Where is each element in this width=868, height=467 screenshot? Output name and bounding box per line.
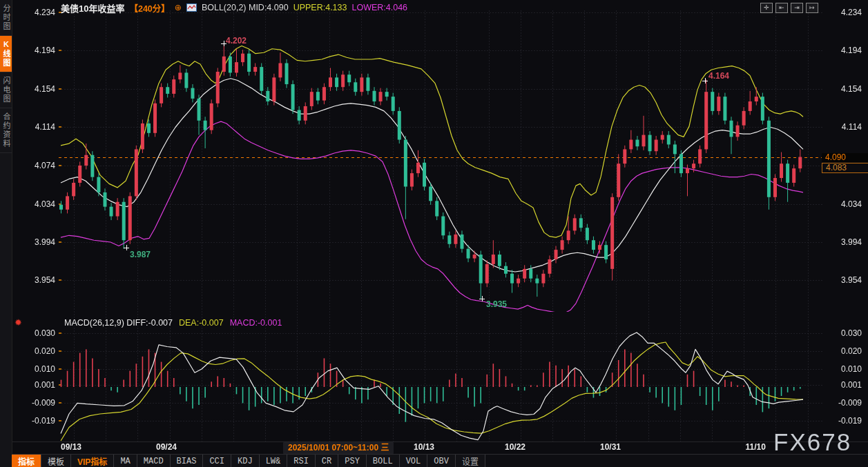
boll-lower-label: LOWER:4.046 — [351, 3, 407, 12]
toolbar-button-CR[interactable]: CR — [316, 455, 338, 467]
toolbar-button-KDJ[interactable]: KDJ — [231, 455, 260, 467]
price-axis-label-right: 3.994 — [826, 238, 862, 247]
sidebar-tab-分时图[interactable]: 分时图 — [0, 0, 12, 36]
sidebar-tab-闪电图[interactable]: 闪电图 — [0, 72, 12, 108]
macd-axis-label-right: -0.009 — [826, 399, 862, 408]
toolbar-button-设置[interactable]: 设置 — [456, 455, 485, 467]
period-label[interactable]: 【240分】 — [129, 1, 169, 14]
time-label: 09/13 — [61, 442, 81, 453]
price-axis-label-right: 4.034 — [826, 200, 862, 209]
macd-value-label: MACD:-0.001 — [230, 318, 282, 328]
price-axis-label-right: 4.234 — [826, 8, 862, 17]
toolbar-button-VOL[interactable]: VOL — [400, 455, 428, 467]
time-label: 10/13 — [414, 442, 434, 453]
macd-header: MACD(26,12,9) DIFF:-0.007 DEA:-0.007 MAC… — [64, 318, 282, 328]
time-label: 2025/10/01 07:00~11:00 三 — [283, 442, 394, 454]
alert-hot-icon[interactable]: ✹ — [15, 317, 22, 328]
macd-axis-label-left: 0.030 — [19, 329, 55, 338]
toolbar-button-BIAS[interactable]: BIAS — [171, 455, 204, 467]
time-label: 10/31 — [600, 442, 621, 453]
macd-diff-label: MACD(26,12,9) DIFF:-0.007 — [64, 318, 173, 328]
price-axis-label-right: 4.154 — [826, 85, 862, 94]
macd-axis-label-left: 0.010 — [19, 365, 55, 374]
price-axis-label-left: 4.234 — [19, 8, 55, 17]
price-axis-label-left: 4.154 — [19, 85, 55, 94]
toolbar-button-RSI[interactable]: RSI — [287, 455, 316, 467]
price-axis-label-left: 3.954 — [19, 276, 55, 285]
macd-axis-label-left: -0.009 — [19, 399, 55, 408]
chart-canvas[interactable] — [0, 0, 868, 467]
macd-axis-label-left: 0.020 — [19, 347, 55, 356]
snap-right-icon[interactable]: ⇥ — [791, 3, 803, 13]
sidebar: 分时图K线图闪电图合约资料 — [0, 0, 12, 467]
price-axis-label-left: 4.074 — [19, 161, 55, 170]
toolbar-button-VIP指标[interactable]: VIP指标 — [71, 455, 114, 467]
toolbar-button-LW&[interactable]: LW& — [260, 455, 288, 467]
price-axis-label-left: 4.034 — [19, 200, 55, 209]
toolbar-button-MACD[interactable]: MACD — [137, 455, 171, 467]
macd-axis-label-right: 0.010 — [826, 365, 862, 374]
instrument-title: 美债10年收益率 — [61, 1, 124, 14]
last-price-tag: 4.083 — [822, 163, 868, 173]
sidebar-tab-合约资料[interactable]: 合约资料 — [0, 108, 12, 153]
price-axis-label-left: 3.994 — [19, 238, 55, 247]
chart-header: 美债10年收益率 【240分】 ⊕ BOLL(20,2) MID:4.090 U… — [61, 2, 407, 13]
indicator-toolbar: 指标模板VIP指标MAMACDBIASCCIKDJLW&RSICRPSYBOLL… — [12, 454, 868, 467]
app-window: 分时图K线图闪电图合约资料 ✹ 美债10年收益率 【240分】 ⊕ BOLL(2… — [0, 0, 868, 467]
price-axis-label-left: 4.114 — [19, 123, 55, 132]
toolbar-button-PSY[interactable]: PSY — [338, 455, 367, 467]
toolbar-button-BOLL[interactable]: BOLL — [367, 455, 400, 467]
macd-axis-label-right: -0.019 — [826, 417, 862, 426]
price-annotation: 3.987 — [130, 250, 151, 259]
price-annotation: 4.202 — [226, 36, 247, 46]
toolbar-button-MA[interactable]: MA — [114, 455, 137, 467]
macd-axis-label-right: 0.001 — [826, 381, 862, 390]
price-axis-label-right: 4.194 — [826, 46, 862, 55]
watermark: FX678 — [773, 428, 851, 456]
time-label: 10/22 — [505, 442, 525, 453]
crosshair-move-icon[interactable]: ✛ — [760, 3, 773, 13]
macd-axis-label-right: 0.030 — [826, 329, 862, 338]
price-annotation: 3.935 — [486, 299, 507, 309]
boll-upper-label: UPPER:4.133 — [293, 3, 347, 12]
boll-mid-label: BOLL(20,2) MID:4.090 — [202, 3, 289, 12]
chart-thumbnail-icon[interactable] — [186, 3, 197, 12]
price-axis-label-right: 4.114 — [826, 123, 862, 132]
sidebar-tab-K线图[interactable]: K线图 — [0, 36, 12, 72]
price-annotation: 4.164 — [708, 71, 729, 81]
macd-dea-label: DEA:-0.007 — [179, 318, 224, 328]
snap-left-icon[interactable]: ⇤ — [775, 3, 788, 13]
time-label: 09/24 — [156, 442, 177, 453]
macd-axis-label-left: 0.001 — [19, 381, 55, 390]
price-axis-label-right: 3.954 — [826, 276, 862, 285]
toolbar-button-模板[interactable]: 模板 — [41, 455, 71, 467]
go-latest-icon[interactable]: ↦ — [806, 3, 818, 13]
toolbar-button-OBV[interactable]: OBV — [427, 455, 456, 467]
toolbar-button-CCI[interactable]: CCI — [203, 455, 231, 467]
price-axis-label-left: 4.194 — [19, 46, 55, 55]
crosshair-target-icon[interactable]: ⊕ — [175, 3, 182, 12]
macd-axis-label-left: -0.019 — [19, 417, 55, 426]
macd-axis-label-right: 0.020 — [826, 347, 862, 356]
chart-tools: ✛⇤⇥↦ — [760, 3, 818, 13]
toolbar-button-指标[interactable]: 指标 — [12, 455, 41, 467]
time-label: 11/10 — [746, 442, 766, 453]
mid-price-tag: 4.090 — [822, 153, 868, 162]
